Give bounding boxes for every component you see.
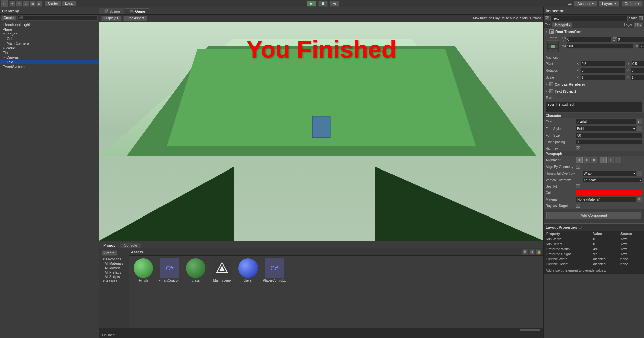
pivot-y-input[interactable] (631, 61, 644, 66)
asset-grass[interactable]: grass (184, 258, 208, 282)
best-fit-checkbox[interactable] (576, 184, 580, 188)
hier-item-eventsystem[interactable]: EventSystem (0, 64, 99, 69)
eye-icon[interactable]: 👁 (529, 249, 535, 255)
add-component-button[interactable]: Add Component (546, 212, 641, 219)
vert-overflow-select[interactable]: Truncate ▾ (583, 177, 642, 183)
object-enabled-checkbox[interactable]: ✓ (545, 16, 549, 20)
raycast-checkbox[interactable]: ✓ (576, 204, 580, 208)
cr-menu[interactable]: ⋮ (640, 83, 643, 86)
aspect-btn[interactable]: Free Aspect (123, 16, 147, 21)
scene-tab[interactable]: 🎬 Scene (99, 8, 124, 14)
font-size-input[interactable] (576, 133, 642, 138)
font-value[interactable]: A Arial (576, 119, 636, 125)
color-swatch[interactable] (576, 190, 642, 195)
hier-item-player[interactable]: ▼ Player (0, 32, 99, 36)
ts-enabled-checkbox[interactable]: ✓ (549, 89, 553, 93)
hier-item-main-camera[interactable]: Main Camera (0, 41, 99, 46)
font-style-select[interactable]: Bold ▾ (576, 126, 636, 131)
hier-item-cube[interactable]: Cube (0, 36, 99, 41)
stats-btn[interactable]: Stats (520, 16, 528, 20)
local-btn[interactable]: Local (62, 1, 76, 6)
asset-playercontrol[interactable]: C# PlayerControl... (263, 258, 286, 282)
toolbar-icon-3[interactable]: ⤢ (23, 1, 29, 7)
anchors-row: Anchors (544, 54, 644, 60)
object-name-input[interactable] (550, 16, 628, 21)
project-create-btn[interactable]: Create (102, 250, 117, 256)
step-button[interactable]: ⏭ (330, 1, 339, 7)
mute-btn[interactable]: Mute audio (502, 16, 518, 20)
rect-transform-header[interactable]: ▼ Rect Transform ⋮ (544, 28, 644, 35)
material-target-icon[interactable]: ⊙ (637, 197, 642, 202)
toolbar-icon-4[interactable]: ⊞ (30, 1, 36, 7)
asset-finishcontro[interactable]: C# FinishContro... (158, 258, 181, 282)
align-bottom[interactable]: ⊥ (615, 157, 622, 163)
align-center[interactable]: ≡ (583, 157, 590, 163)
pause-button[interactable]: ⏸ (318, 1, 328, 7)
font-target-icon[interactable]: ⊙ (637, 119, 642, 125)
rect-transform-menu[interactable]: ⋮ (640, 30, 643, 33)
hierarchy-create-btn[interactable]: Create (1, 15, 16, 21)
toolbar-icon-2[interactable]: ↔ (16, 1, 22, 7)
layer-dropdown[interactable]: UI ▾ (634, 22, 643, 28)
height-input[interactable] (639, 43, 644, 49)
toolbar-icon-1[interactable]: ⟳ (9, 1, 15, 7)
asset-mainscene[interactable]: Main Scene (210, 258, 234, 282)
hier-item-directional-light[interactable]: Directional Light (0, 22, 99, 27)
layers-dropdown[interactable]: Layers ▾ (599, 1, 619, 7)
all-materials-item[interactable]: All Materials (101, 261, 127, 266)
text-script-header[interactable]: ▼ ✓ Text (Script) ⋮ (544, 88, 644, 95)
project-tab[interactable]: Project (99, 243, 119, 248)
text-textarea[interactable]: You Finished (546, 101, 642, 112)
pivot-x-input[interactable] (581, 61, 625, 66)
align-by-geo-checkbox[interactable] (576, 165, 580, 169)
maximize-btn[interactable]: Maximize on Play (473, 16, 499, 20)
anchor-widget[interactable] (547, 40, 559, 52)
search-icon[interactable]: 🔍 (522, 249, 528, 255)
lock-icon[interactable]: 🔒 (536, 249, 541, 255)
game-tab[interactable]: 🎮 Game (125, 8, 149, 14)
display-btn[interactable]: Display 1 (101, 16, 121, 21)
bottom-scrollbar[interactable] (99, 328, 543, 332)
all-prefabs-item[interactable]: All Prefabs (101, 270, 127, 275)
layout-dropdown[interactable]: Default ▾ (622, 1, 643, 7)
hier-item-plane[interactable]: Plane (0, 27, 99, 32)
center-btn[interactable]: Center (45, 1, 61, 6)
rot-x-input[interactable] (581, 68, 625, 73)
all-scripts-item[interactable]: All Scripts (101, 275, 127, 279)
width-input[interactable] (566, 43, 633, 49)
hier-item-text[interactable]: Text (0, 60, 99, 64)
cs-icon: C# (166, 265, 173, 272)
toolbar-icon-5[interactable]: ⊟ (36, 1, 42, 7)
tag-dropdown[interactable]: Untagged ▾ (552, 22, 572, 28)
ts-menu[interactable]: ⋮ (640, 90, 643, 93)
align-right[interactable]: ≡ (591, 157, 597, 163)
align-left[interactable]: ≡ (576, 157, 583, 163)
rot-y-input[interactable] (631, 68, 644, 73)
rich-text-checkbox[interactable]: ✓ (576, 146, 580, 150)
asset-player[interactable]: player (236, 258, 260, 282)
asset-finish[interactable]: Finish (132, 258, 155, 282)
console-tab[interactable]: Console (120, 243, 141, 248)
canvas-renderer-header[interactable]: ▼ ✓ Canvas Renderer ⋮ (544, 81, 644, 88)
play-button[interactable]: ▶ (307, 1, 316, 7)
account-dropdown[interactable]: Account ▾ (574, 1, 597, 7)
layout-row-1: Min Height 0 Text (544, 242, 643, 246)
scroll-thumb[interactable] (520, 329, 540, 331)
pos-y-input[interactable] (617, 37, 644, 42)
hier-item-canvas[interactable]: ▼ Canvas (0, 55, 99, 60)
hier-item-finish[interactable]: Finish (0, 50, 99, 55)
scale-x-input[interactable] (581, 75, 625, 80)
cr-enabled-checkbox[interactable]: ✓ (549, 82, 553, 86)
expand-arrow: ▶ (3, 46, 5, 50)
line-spacing-input[interactable] (576, 139, 642, 145)
hier-item-world[interactable]: ▶ World (0, 46, 99, 50)
gizmos-btn[interactable]: Gizmos (530, 16, 541, 20)
scale-y-input[interactable] (631, 75, 644, 80)
static-checkbox[interactable] (639, 16, 643, 20)
all-models-item[interactable]: All Models (101, 266, 127, 270)
pos-x-input[interactable] (566, 37, 611, 42)
horiz-overflow-select[interactable]: Wrap ▾ (583, 171, 636, 176)
hierarchy-search-input[interactable] (17, 15, 98, 21)
align-top[interactable]: ⊤ (600, 157, 607, 163)
align-mid[interactable]: ⊥ (607, 157, 614, 163)
